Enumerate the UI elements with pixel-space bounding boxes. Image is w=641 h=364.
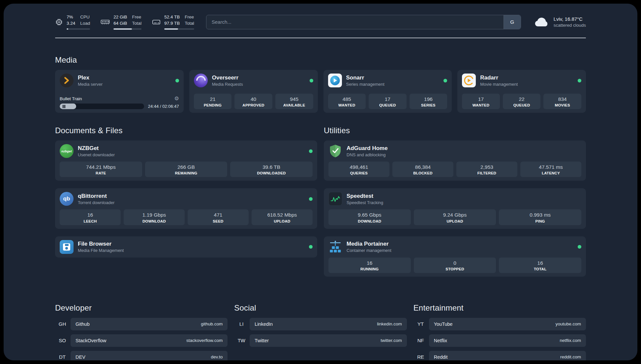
- service-desc: Speedtest Tracking: [347, 200, 383, 205]
- filebrowser-icon: [60, 240, 74, 254]
- service-card-qbittorrent: qb qBittorrent Torrent downloader 16 LEE…: [55, 188, 317, 228]
- bookmark-linkedin[interactable]: LI LinkedIn linkedin.com: [234, 318, 407, 330]
- weather-widget: Lviv, 16.87°C scattered clouds: [534, 16, 586, 28]
- weather-location: Lviv, 16.87°C: [554, 16, 586, 22]
- service-link-plex[interactable]: Plex Media server: [60, 74, 179, 87]
- memory-widget: 22 GiB 64 GiB Free Total: [101, 14, 141, 30]
- stat-approved: 40 APPROVED: [234, 94, 272, 109]
- bookmark-name: Twitter: [255, 338, 269, 343]
- bookmark-github[interactable]: GH Github github.com: [55, 318, 228, 330]
- playback-progress-fill: [60, 104, 76, 109]
- stat-upload: 618.52 Mbps UPLOAD: [252, 209, 313, 225]
- bookmark-youtube[interactable]: YT YouTube youtube.com: [413, 318, 586, 330]
- stat-seed: 471 SEED: [188, 209, 249, 225]
- stat-latency: 47.571 ms LATENCY: [520, 162, 581, 177]
- service-link-radarr[interactable]: Radarr Movie management: [462, 74, 581, 87]
- stat-download: 9.65 Gbps DOWNLOAD: [328, 209, 411, 225]
- service-name: Media Portainer: [347, 240, 391, 247]
- service-link-portainer[interactable]: Media Portainer Container management: [328, 240, 581, 254]
- radarr-icon: [462, 74, 476, 87]
- service-link-nzbget[interactable]: nzbget NZBGet Usenet downloader: [60, 144, 313, 158]
- bookmark-url: netflix.com: [560, 338, 581, 343]
- bookmark-netflix[interactable]: NF Netflix netflix.com: [413, 334, 586, 347]
- bookmark-abbr: GH: [55, 321, 70, 327]
- bookmark-abbr: RE: [413, 354, 428, 360]
- service-desc: DNS and adblocking: [347, 152, 388, 158]
- stat-available: 945 AVAILABLE: [275, 94, 313, 109]
- bookmark-url: twitter.com: [381, 338, 402, 343]
- now-playing-title: Bullet Train: [60, 96, 174, 101]
- stat-upload: 9.24 Gbps UPLOAD: [414, 209, 496, 225]
- service-name: Speedtest: [347, 193, 383, 199]
- bookmark-url: github.com: [201, 321, 223, 326]
- service-card-portainer: Media Portainer Container management 16 …: [324, 236, 586, 277]
- adguard-icon: [328, 144, 342, 158]
- utilities-column: Utilities AdGuard Home: [324, 126, 586, 284]
- gear-icon[interactable]: ⚙: [174, 96, 179, 101]
- service-link-filebrowser[interactable]: File Browser Media File Management: [60, 240, 313, 254]
- service-desc: Media server: [78, 82, 103, 87]
- service-desc: Container management: [347, 248, 391, 253]
- playback-progress-bar[interactable]: [60, 104, 144, 109]
- disk-free-value: 52.4 TB: [164, 14, 180, 20]
- service-card-plex: Plex Media server Bullet Train ⚙: [55, 70, 184, 113]
- status-dot: [310, 79, 313, 82]
- service-desc: Media File Management: [78, 248, 124, 253]
- service-desc: Usenet downloader: [78, 152, 115, 158]
- stat-blocked: 86,384 BLOCKED: [392, 162, 453, 177]
- service-card-nzbget: nzbget NZBGet Usenet downloader 744.21 M…: [55, 140, 317, 181]
- stat-series: 196 SERIES: [410, 94, 447, 109]
- memory-total-label: Total: [132, 20, 142, 27]
- developer-bookmarks: Developer GH Github github.com SO StackO…: [55, 303, 228, 360]
- memory-icon: [101, 18, 110, 26]
- search-provider-button[interactable]: G: [504, 15, 521, 29]
- stat-remaining: 266 GB REMAINING: [145, 162, 228, 177]
- status-dot: [175, 79, 179, 82]
- cloud-icon: [534, 17, 549, 27]
- stat-stopped: 0 STOPPED: [414, 258, 496, 273]
- service-card-sonarr: Sonarr Series management 485 WANTED 17 Q…: [323, 70, 452, 113]
- status-dot: [309, 245, 313, 249]
- service-card-filebrowser: File Browser Media File Management: [55, 236, 317, 258]
- service-link-overseerr[interactable]: Overseerr Media Requests: [194, 74, 313, 87]
- bookmark-abbr: DT: [55, 354, 70, 360]
- bookmark-twitter[interactable]: TW Twitter twitter.com: [234, 334, 407, 347]
- social-bookmarks: Social LI LinkedIn linkedin.com TW Twitt…: [234, 303, 407, 360]
- service-link-speedtest[interactable]: Speedtest Speedtest Tracking: [328, 192, 581, 206]
- status-dot: [309, 149, 313, 153]
- cpu-percent: 7%: [67, 14, 75, 20]
- service-name: NZBGet: [78, 145, 115, 152]
- bookmark-url: reddit.com: [560, 354, 581, 359]
- memory-free-value: 22 GiB: [113, 14, 127, 20]
- speedtest-icon: [328, 192, 342, 206]
- stat-wanted: 485 WANTED: [328, 94, 366, 109]
- stat-pending: 21 PENDING: [194, 94, 232, 109]
- qbittorrent-stats: 16 LEECH 1.19 Gbps DOWNLOAD 471 SEED 6: [60, 209, 313, 225]
- service-desc: Torrent downloader: [78, 200, 114, 205]
- stat-wanted: 17 WANTED: [462, 94, 500, 109]
- stat-rate: 744.21 Mbps RATE: [60, 162, 142, 177]
- stat-ping: 0.993 ms PING: [499, 209, 581, 225]
- adguard-stats: 498,461 QUERIES 86,384 BLOCKED 2,953 FIL…: [328, 162, 581, 177]
- portainer-icon: [328, 240, 342, 254]
- search-input[interactable]: [206, 15, 504, 29]
- stat-queued: 22 QUEUED: [503, 94, 541, 109]
- service-link-sonarr[interactable]: Sonarr Series management: [328, 74, 447, 87]
- bookmark-name: Github: [76, 321, 90, 327]
- bookmark-abbr: LI: [234, 321, 249, 327]
- bookmark-reddit[interactable]: RE Reddit reddit.com: [413, 351, 586, 360]
- entertainment-bookmarks: Entertainment YT YouTube youtube.com NF …: [413, 303, 586, 360]
- bookmark-dev[interactable]: DT DEV dev.to: [55, 351, 228, 360]
- bookmark-url: stackoverflow.com: [186, 338, 223, 343]
- bookmark-name: DEV: [76, 354, 85, 360]
- memory-total-value: 64 GiB: [113, 20, 127, 27]
- service-card-adguard: AdGuard Home DNS and adblocking 498,461 …: [324, 140, 586, 181]
- pause-icon[interactable]: [63, 105, 65, 108]
- bookmark-url: linkedin.com: [377, 321, 402, 326]
- now-playing-widget: Bullet Train ⚙ 24:44 / 02:06:47: [60, 93, 179, 109]
- service-link-qbittorrent[interactable]: qb qBittorrent Torrent downloader: [60, 192, 313, 206]
- service-link-adguard[interactable]: AdGuard Home DNS and adblocking: [328, 144, 581, 158]
- qbittorrent-icon: qb: [60, 192, 74, 206]
- bookmark-stackoverflow[interactable]: SO StackOverflow stackoverflow.com: [55, 334, 228, 347]
- section-title-social: Social: [234, 303, 407, 313]
